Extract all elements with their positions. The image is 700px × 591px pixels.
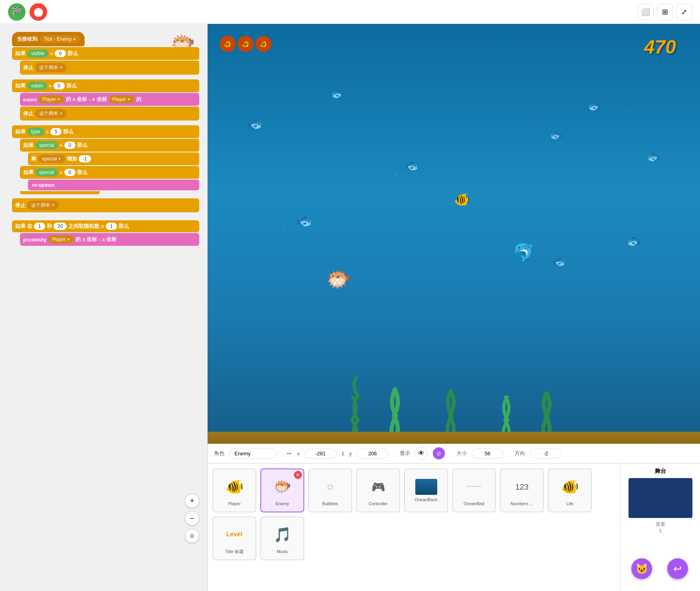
- life-3: 🐠: [256, 36, 272, 52]
- sprite-thumb-oceanbed[interactable]: 〰〰〰 OceanBed: [452, 468, 496, 512]
- sprite-thumb-numbers[interactable]: 123 Numbers ...: [500, 468, 544, 512]
- show-label: 显示: [400, 450, 410, 457]
- zoom-in-btn[interactable]: +: [185, 494, 199, 508]
- life-label: Life: [566, 501, 573, 506]
- sprite-thumb-music[interactable]: 🎵 Music: [260, 516, 304, 560]
- stage-thumbnail[interactable]: [629, 478, 692, 518]
- sprites-area: 🐠 Player ✕ 🐡 Enemy ○ Bubbles: [208, 464, 620, 591]
- if-block-1: 如果 visible < 0 那么: [12, 47, 199, 60]
- title-label: Title 标题: [225, 549, 243, 555]
- oceanbed-label: OceanBed: [464, 501, 484, 506]
- ai-assistant-btn[interactable]: 🐱: [631, 558, 652, 579]
- set-block: 将 special 增加 -1: [28, 152, 199, 165]
- player-dropdown-2[interactable]: Player: [109, 95, 135, 103]
- add-sprite-icon[interactable]: 🐱: [631, 558, 652, 579]
- increase-val[interactable]: -1: [79, 155, 91, 162]
- sprite-props-bar: 角色 ↔ x ↕ y 显示 👁 ⊘ 大小 方向: [208, 444, 700, 463]
- stop-block-1: 停止 这个脚本: [20, 61, 199, 75]
- if1-val[interactable]: 0: [55, 50, 66, 57]
- fish-2: 🐟: [331, 87, 345, 100]
- controller-label: Controller: [369, 501, 388, 506]
- size-input[interactable]: [472, 449, 504, 459]
- music-icon: 🎵: [270, 523, 294, 547]
- special-var-1[interactable]: special: [35, 141, 58, 149]
- code-area: 当接收到 Tick - Enemy 如果 visible < 0 那么 停止 这…: [0, 24, 207, 591]
- sprite-thumb-enemy[interactable]: ✕ 🐡 Enemy: [260, 468, 304, 512]
- if2-val[interactable]: 0: [54, 82, 65, 89]
- sprite-name-input[interactable]: [229, 449, 277, 459]
- sprite-thumb-title[interactable]: Level Title 标题: [212, 516, 256, 560]
- oceanback-icon: [415, 479, 437, 495]
- special-var-2[interactable]: special: [35, 168, 58, 176]
- sprite-grid: 🐠 Player ✕ 🐡 Enemy ○ Bubbles: [212, 468, 615, 560]
- hat-dropdown[interactable]: Tick - Enemy: [40, 35, 80, 43]
- x-input[interactable]: [305, 449, 337, 459]
- numbers-icon: 123: [510, 475, 534, 499]
- bottom-panel: 🐠 Player ✕ 🐡 Enemy ○ Bubbles: [208, 463, 700, 591]
- if6-val2[interactable]: 20: [54, 223, 67, 230]
- fish-1: 🐟: [247, 116, 263, 131]
- if-block-5: 如果 special = 0 那么: [20, 166, 199, 179]
- player-dropdown-1[interactable]: Player: [38, 95, 64, 103]
- stop-button[interactable]: ⬤: [30, 3, 47, 21]
- sprite-thumb-oceanback[interactable]: OceanBack: [404, 468, 448, 512]
- if-block-3: 如果 type = 5 那么: [12, 125, 199, 138]
- sprite-thumb-player[interactable]: 🐠 Player: [212, 468, 256, 512]
- hat-block: 当接收到 Tick - Enemy: [12, 32, 85, 46]
- fish-7: 🐟: [626, 234, 641, 248]
- layout-controls: ⬜ ⊞ ⤢: [638, 4, 692, 20]
- proximity-label: proximity: [23, 237, 47, 243]
- clownfish-1: 🐠: [454, 192, 470, 207]
- player-label: Player: [228, 501, 240, 506]
- stage-btn[interactable]: ↩: [667, 558, 688, 579]
- re-spawn-block[interactable]: re-spawn: [28, 180, 199, 190]
- proximity-player[interactable]: Player: [48, 235, 74, 243]
- stage-container: 470 🐠 🐠 🐠: [208, 24, 700, 444]
- layout-btn-2[interactable]: ⊞: [657, 4, 673, 20]
- eaten-var-1[interactable]: eaten: [27, 82, 47, 90]
- bubbles-icon: ○: [318, 475, 342, 499]
- bubble-3: ○: [624, 108, 626, 112]
- if4-val[interactable]: 0: [64, 142, 75, 149]
- if5-val[interactable]: 0: [64, 169, 75, 176]
- blue-fish: 🐬: [513, 242, 535, 263]
- left-panel: 🐡 当接收到 Tick - Enemy 如果 visible < 0 那么: [0, 24, 208, 591]
- sprite-thumb-life[interactable]: 🐠 Life: [548, 468, 592, 512]
- layout-btn-1[interactable]: ⬜: [638, 4, 654, 20]
- oceanbed-icon: 〰〰〰: [462, 475, 486, 499]
- stage-icon[interactable]: ↩: [667, 558, 688, 579]
- if6-val3[interactable]: 1: [106, 223, 117, 230]
- stop-dropdown-1[interactable]: 这个脚本: [35, 63, 67, 72]
- if6-val1[interactable]: 1: [34, 223, 45, 230]
- title-icon: Level: [222, 522, 246, 546]
- stop-dropdown-3[interactable]: 这个脚本: [27, 201, 59, 210]
- right-area: 470 🐠 🐠 🐠: [208, 24, 700, 591]
- sand-bottom: [208, 432, 700, 444]
- ocean-background: 470 🐠 🐠 🐠: [208, 24, 700, 444]
- type-var[interactable]: type: [27, 128, 44, 136]
- stop-dropdown-2[interactable]: 这个脚本: [35, 109, 67, 118]
- zoom-out-btn[interactable]: −: [185, 511, 199, 526]
- zoom-reset-btn[interactable]: =: [185, 529, 199, 543]
- show-eye-btn[interactable]: 👁: [415, 447, 428, 460]
- direction-input[interactable]: [530, 449, 562, 459]
- re-spawn-label: re-spawn: [32, 182, 55, 188]
- visible-var[interactable]: visible: [27, 49, 48, 57]
- eaten-row: eaten Player 的 x 坐标 - x 坐标 Player 的: [20, 93, 199, 106]
- green-flag-button[interactable]: 🏁: [8, 3, 26, 21]
- sprite-thumb-controller[interactable]: 🎮 Controller: [356, 468, 400, 512]
- score-display: 470: [644, 36, 676, 58]
- y-input[interactable]: [357, 449, 389, 459]
- main-layout: 🐡 当接收到 Tick - Enemy 如果 visible < 0 那么: [0, 24, 700, 591]
- if3-val[interactable]: 5: [50, 128, 61, 135]
- bubbles-label: Bubbles: [322, 501, 338, 506]
- life-2: 🐠: [238, 36, 254, 52]
- direction-label: 方向: [515, 450, 525, 457]
- hide-btn[interactable]: ⊘: [432, 447, 445, 460]
- delete-btn[interactable]: ✕: [294, 471, 302, 479]
- stage-title: 舞台: [655, 468, 666, 475]
- special-dropdown[interactable]: special: [38, 155, 65, 163]
- block-stack-main: 当接收到 Tick - Enemy 如果 visible < 0 那么 停止 这…: [12, 32, 199, 246]
- sprite-thumb-bubbles[interactable]: ○ Bubbles: [308, 468, 352, 512]
- layout-btn-3[interactable]: ⤢: [676, 4, 692, 20]
